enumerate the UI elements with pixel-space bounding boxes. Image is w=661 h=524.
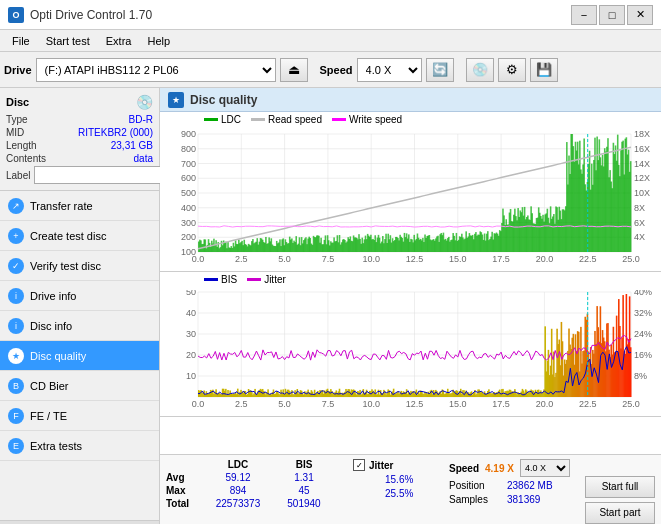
jitter-avg-row: 15.6% — [353, 474, 443, 485]
close-button[interactable]: ✕ — [627, 5, 653, 25]
stats-max-row: Max 894 45 — [166, 485, 347, 496]
samples-row: Samples 381369 — [449, 494, 579, 505]
create-test-icon: + — [8, 228, 24, 244]
type-label: Type — [6, 114, 28, 125]
disc-info-icon: i — [8, 318, 24, 334]
stats-total-row: Total 22573373 501940 — [166, 498, 347, 509]
sidebar-item-extra-tests[interactable]: E Extra tests — [0, 431, 159, 461]
settings-button[interactable]: ⚙ — [498, 58, 526, 82]
stats-avg-bis: 1.31 — [274, 472, 334, 483]
title-bar: O Opti Drive Control 1.70 − □ ✕ — [0, 0, 661, 30]
read-speed-legend-label: Read speed — [268, 114, 322, 125]
app-title: Opti Drive Control 1.70 — [30, 8, 152, 22]
disc-title: Disc — [6, 96, 29, 108]
eject-button[interactable]: ⏏ — [280, 58, 308, 82]
speed-header-val: 4.19 X — [485, 463, 514, 474]
jitter-legend-label: Jitter — [264, 274, 286, 285]
jitter-max-label — [353, 488, 381, 499]
status-window-button[interactable]: Status window > > — [0, 520, 159, 524]
jitter-checkbox[interactable]: ✓ — [353, 459, 365, 471]
save-button[interactable]: 💾 — [530, 58, 558, 82]
speed-label: Speed — [320, 64, 353, 76]
action-buttons: Start full Start part — [585, 459, 655, 524]
stats-header-ldc: LDC — [202, 459, 274, 470]
disc-header: Disc 💿 — [6, 94, 153, 110]
write-speed-legend: Write speed — [332, 114, 402, 125]
sidebar-item-verify-test-disc[interactable]: ✓ Verify test disc — [0, 251, 159, 281]
quality-title: Disc quality — [190, 93, 257, 107]
sidebar-item-disc-quality[interactable]: ★ Disc quality — [0, 341, 159, 371]
stats-total-ldc: 22573373 — [202, 498, 274, 509]
mid-value: RITEKBR2 (000) — [78, 127, 153, 138]
stats-header-empty — [166, 459, 202, 470]
disc-label-row: Label ✏ — [6, 166, 153, 184]
write-speed-legend-label: Write speed — [349, 114, 402, 125]
title-bar-left: O Opti Drive Control 1.70 — [8, 7, 152, 23]
content-area: ★ Disc quality LDC Read speed — [160, 88, 661, 524]
sidebar-item-disc-info[interactable]: i Disc info — [0, 311, 159, 341]
disc-type-row: Type BD-R — [6, 114, 153, 125]
main-area: Disc 💿 Type BD-R MID RITEKBR2 (000) Leng… — [0, 88, 661, 524]
mid-label: MID — [6, 127, 24, 138]
sidebar-item-create-test-disc[interactable]: + Create test disc — [0, 221, 159, 251]
disc-info-label: Disc info — [30, 320, 72, 332]
stats-total-label: Total — [166, 498, 202, 509]
bis-legend: BIS — [204, 274, 237, 285]
menu-start-test[interactable]: Start test — [38, 33, 98, 49]
position-value: 23862 MB — [507, 480, 553, 491]
minimize-button[interactable]: − — [571, 5, 597, 25]
menu-file[interactable]: File — [4, 33, 38, 49]
stats-avg-row: Avg 59.12 1.31 — [166, 472, 347, 483]
start-full-button[interactable]: Start full — [585, 476, 655, 498]
jitter-section: ✓ Jitter 15.6% 25.5% — [353, 459, 443, 524]
sidebar-item-cd-bier[interactable]: B CD Bier — [0, 371, 159, 401]
jitter-avg-value: 15.6% — [385, 474, 413, 485]
ldc-legend-color — [204, 118, 218, 121]
write-speed-legend-color — [332, 118, 346, 121]
jitter-legend-color — [247, 278, 261, 281]
menu-extra[interactable]: Extra — [98, 33, 140, 49]
sidebar-item-drive-info[interactable]: i Drive info — [0, 281, 159, 311]
disc-quality-icon: ★ — [8, 348, 24, 364]
disc-length-row: Length 23,31 GB — [6, 140, 153, 151]
ldc-legend: LDC — [204, 114, 241, 125]
contents-label: Contents — [6, 153, 46, 164]
drive-info-label: Drive info — [30, 290, 76, 302]
bis-legend-label: BIS — [221, 274, 237, 285]
stats-max-ldc: 894 — [202, 485, 274, 496]
read-speed-legend: Read speed — [251, 114, 322, 125]
disc-label-input[interactable] — [34, 166, 167, 184]
contents-value: data — [134, 153, 153, 164]
disc-label-text: Label — [6, 170, 30, 181]
speed-action-select[interactable]: 4.0 X — [520, 459, 570, 477]
stats-header: LDC BIS — [166, 459, 347, 470]
drive-select[interactable]: (F:) ATAPI iHBS112 2 PL06 — [36, 58, 276, 82]
refresh-button[interactable]: 🔄 — [426, 58, 454, 82]
length-label: Length — [6, 140, 37, 151]
sidebar-item-fe-te[interactable]: F FE / TE — [0, 401, 159, 431]
ldc-legend-label: LDC — [221, 114, 241, 125]
read-speed-legend-color — [251, 118, 265, 121]
drive-label: Drive — [4, 64, 32, 76]
fe-te-icon: F — [8, 408, 24, 424]
menu-help[interactable]: Help — [139, 33, 178, 49]
fe-te-label: FE / TE — [30, 410, 67, 422]
position-row: Position 23862 MB — [449, 480, 579, 491]
app-icon: O — [8, 7, 24, 23]
charts-area: LDC Read speed Write speed — [160, 112, 661, 454]
speed-select[interactable]: 4.0 X — [357, 58, 422, 82]
position-label: Position — [449, 480, 501, 491]
burn-button[interactable]: 💿 — [466, 58, 494, 82]
speed-pos-section: Speed 4.19 X 4.0 X Position 23862 MB Sam… — [449, 459, 579, 524]
transfer-rate-label: Transfer rate — [30, 200, 93, 212]
disc-eject-icon[interactable]: 💿 — [136, 94, 153, 110]
cd-bier-icon: B — [8, 378, 24, 394]
maximize-button[interactable]: □ — [599, 5, 625, 25]
stats-header-bis: BIS — [274, 459, 334, 470]
bottom-chart-canvas — [160, 290, 661, 415]
disc-mid-row: MID RITEKBR2 (000) — [6, 127, 153, 138]
sidebar-item-transfer-rate[interactable]: ↗ Transfer rate — [0, 191, 159, 221]
start-part-button[interactable]: Start part — [585, 502, 655, 524]
quality-header: ★ Disc quality — [160, 88, 661, 112]
bottom-chart-area: BIS Jitter — [160, 272, 661, 417]
